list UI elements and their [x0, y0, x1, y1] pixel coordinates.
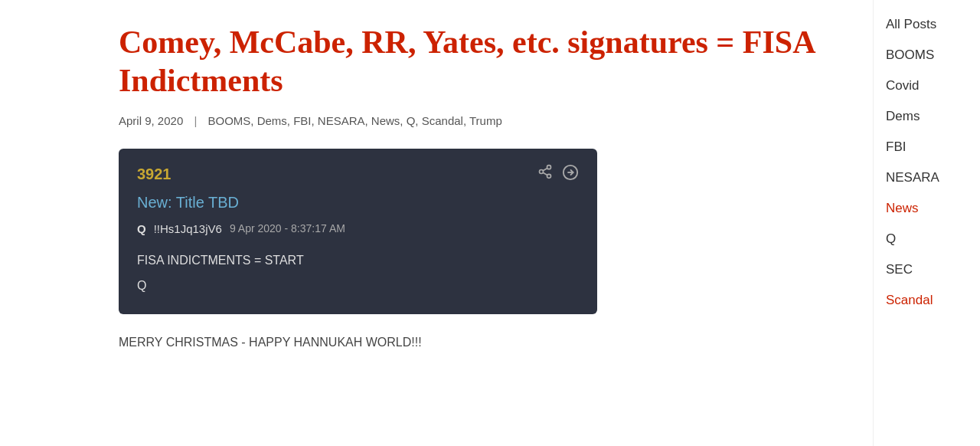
q-card: 3921 New: Title TBD	[119, 149, 597, 314]
sidebar-item-scandal[interactable]: Scandal	[886, 285, 968, 316]
sidebar-item-q[interactable]: Q	[886, 224, 968, 254]
q-author-label: Q	[137, 222, 146, 235]
post-meta: April 9, 2020 | BOOMS, Dems, FBI, NESARA…	[119, 114, 842, 127]
post-title: Comey, McCabe, RR, Yates, etc. signature…	[119, 23, 842, 100]
q-body-line2: Q	[137, 276, 579, 296]
sidebar-item-all-posts[interactable]: All Posts	[886, 9, 968, 40]
q-author-date: 9 Apr 2020 - 8:37:17 AM	[230, 222, 345, 234]
post-date: April 9, 2020	[119, 114, 183, 127]
post-categories: BOOMS, Dems, FBI, NESARA, News, Q, Scand…	[207, 114, 501, 127]
svg-point-1	[540, 169, 544, 173]
sidebar-item-fbi[interactable]: FBI	[886, 132, 968, 162]
svg-line-4	[543, 168, 547, 170]
sidebar-item-covid[interactable]: Covid	[886, 71, 968, 101]
q-card-body: FISA INDICTMENTS = START Q	[137, 251, 579, 296]
q-author-id: !!Hs1Jq13jV6	[154, 222, 222, 235]
svg-point-2	[547, 174, 551, 178]
svg-line-3	[543, 172, 547, 175]
sidebar-item-nesara[interactable]: NESARA	[886, 162, 968, 193]
q-body-line1: FISA INDICTMENTS = START	[137, 251, 579, 271]
footer-text: MERRY CHRISTMAS - HAPPY HANNUKAH WORLD!!…	[119, 336, 842, 349]
arrow-icon[interactable]	[562, 164, 579, 185]
q-card-header: 3921	[137, 164, 579, 185]
main-content: Comey, McCabe, RR, Yates, etc. signature…	[0, 0, 873, 446]
sidebar-item-sec[interactable]: SEC	[886, 254, 968, 285]
sidebar-item-news[interactable]: News	[886, 193, 968, 224]
sidebar-item-dems[interactable]: Dems	[886, 101, 968, 132]
share-icon[interactable]	[537, 164, 553, 185]
q-card-title: New: Title TBD	[137, 194, 579, 212]
sidebar: All PostsBOOMSCovidDemsFBINESARANewsQSEC…	[873, 0, 980, 446]
svg-point-0	[547, 165, 551, 169]
q-card-author: Q !!Hs1Jq13jV6 9 Apr 2020 - 8:37:17 AM	[137, 222, 579, 235]
q-card-number: 3921	[137, 166, 172, 183]
sidebar-item-booms[interactable]: BOOMS	[886, 40, 968, 71]
meta-separator: |	[194, 114, 197, 127]
q-card-icons	[537, 164, 579, 185]
